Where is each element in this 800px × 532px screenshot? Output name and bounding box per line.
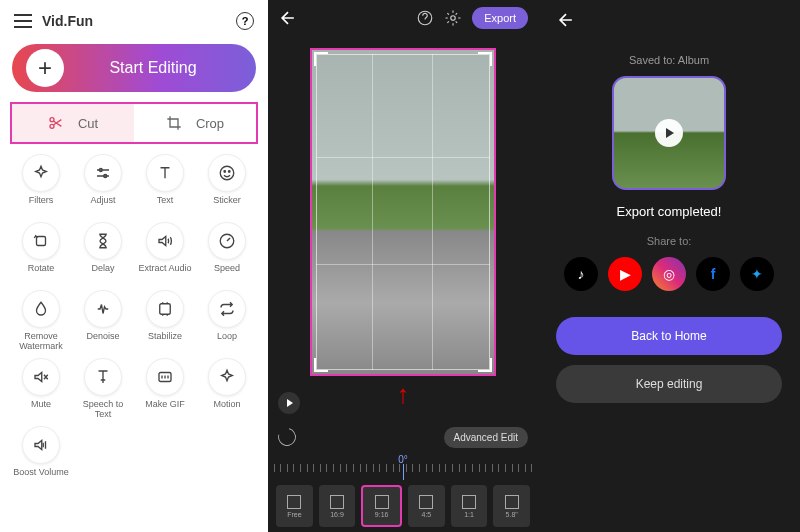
aspect-icon bbox=[462, 495, 476, 509]
tools-grid: FiltersAdjustTextStickerRotateDelayExtra… bbox=[8, 154, 260, 488]
tool-label: Rotate bbox=[28, 264, 55, 284]
panel1-header: Vid.Fun ? bbox=[8, 8, 260, 34]
stabilize-icon bbox=[146, 290, 184, 328]
rotation-ruler[interactable]: 0° bbox=[268, 456, 538, 480]
play-button[interactable] bbox=[278, 392, 300, 414]
share-twitter[interactable]: ✦ bbox=[740, 257, 774, 291]
svg-rect-7 bbox=[37, 237, 46, 246]
tool-label: Filters bbox=[29, 196, 54, 216]
aspect-icon bbox=[330, 495, 344, 509]
help-icon[interactable]: ? bbox=[236, 12, 254, 30]
play-icon bbox=[655, 119, 683, 147]
tool-loop[interactable]: Loop bbox=[198, 290, 256, 352]
tool-label: Stabilize bbox=[148, 332, 182, 352]
format-Free[interactable]: Free bbox=[276, 485, 313, 527]
tool-label: Remove Watermark bbox=[12, 332, 70, 352]
tool-drop[interactable]: Remove Watermark bbox=[12, 290, 70, 352]
tool-smile[interactable]: Sticker bbox=[198, 154, 256, 216]
export-panel: Saved to: Album Export completed! Share … bbox=[538, 0, 800, 532]
scissors-icon bbox=[48, 115, 64, 131]
format-169[interactable]: 16:9 bbox=[319, 485, 356, 527]
edit-controls: Advanced Edit bbox=[268, 418, 538, 456]
format-58[interactable]: 5.8" bbox=[493, 485, 530, 527]
tools-panel: Vid.Fun ? + Start Editing Cut Crop Filte… bbox=[0, 0, 268, 532]
svg-point-5 bbox=[224, 171, 226, 173]
format-label: 4:5 bbox=[421, 511, 431, 518]
crop-border bbox=[316, 54, 490, 370]
hourglass-icon bbox=[84, 222, 122, 260]
back-to-home-button[interactable]: Back to Home bbox=[556, 317, 782, 355]
svg-point-6 bbox=[229, 171, 231, 173]
aspect-icon bbox=[375, 495, 389, 509]
tool-text[interactable]: Text bbox=[136, 154, 194, 216]
tool-stabilize[interactable]: Stabilize bbox=[136, 290, 194, 352]
tool-speed[interactable]: Speed bbox=[198, 222, 256, 284]
tool-boost[interactable]: Boost Volume bbox=[12, 426, 70, 488]
text-icon bbox=[146, 154, 184, 192]
tool-sparkle[interactable]: Filters bbox=[12, 154, 70, 216]
format-11[interactable]: 1:1 bbox=[451, 485, 488, 527]
tool-sliders[interactable]: Adjust bbox=[74, 154, 132, 216]
saved-to-label: Saved to: Album bbox=[629, 54, 709, 66]
tool-label: Extract Audio bbox=[138, 264, 191, 284]
aspect-icon bbox=[505, 495, 519, 509]
boost-icon bbox=[22, 426, 60, 464]
editor-topbar: Export bbox=[268, 0, 538, 36]
tool-label: Denoise bbox=[86, 332, 119, 352]
menu-icon[interactable] bbox=[14, 14, 32, 28]
sliders-icon bbox=[84, 154, 122, 192]
settings-icon[interactable] bbox=[444, 9, 462, 27]
crop-handle-tr[interactable] bbox=[478, 52, 492, 66]
share-tiktok[interactable]: ♪ bbox=[564, 257, 598, 291]
format-916[interactable]: 9:16 bbox=[361, 485, 402, 527]
advanced-edit-button[interactable]: Advanced Edit bbox=[444, 427, 529, 448]
tool-label: Speed bbox=[214, 264, 240, 284]
format-label: 1:1 bbox=[464, 511, 474, 518]
format-45[interactable]: 4:5 bbox=[408, 485, 445, 527]
tool-label: Adjust bbox=[90, 196, 115, 216]
back-icon[interactable] bbox=[278, 8, 298, 28]
arrow-indicator: ↑ bbox=[397, 379, 410, 410]
mode-tabs: Cut Crop bbox=[10, 102, 258, 144]
social-row: ♪ ▶ ◎ f ✦ bbox=[564, 257, 774, 291]
tool-label: Mute bbox=[31, 400, 51, 420]
svg-rect-9 bbox=[160, 304, 171, 315]
tool-rotate[interactable]: Rotate bbox=[12, 222, 70, 284]
undo-icon[interactable] bbox=[275, 425, 300, 450]
format-label: 5.8" bbox=[506, 511, 518, 518]
aspect-formats: Free16:99:164:51:15.8" bbox=[268, 480, 538, 532]
mute-icon bbox=[22, 358, 60, 396]
app-brand: Vid.Fun bbox=[42, 13, 93, 29]
crop-handle-tl[interactable] bbox=[314, 52, 328, 66]
start-label: Start Editing bbox=[64, 59, 242, 77]
tool-speech[interactable]: Speech to Text bbox=[74, 358, 132, 420]
tool-motion[interactable]: Motion bbox=[198, 358, 256, 420]
tool-label: Loop bbox=[217, 332, 237, 352]
tool-hourglass[interactable]: Delay bbox=[74, 222, 132, 284]
crop-frame[interactable]: ↑ bbox=[310, 48, 496, 376]
help-icon[interactable] bbox=[416, 9, 434, 27]
crop-handle-bl[interactable] bbox=[314, 358, 328, 372]
share-instagram[interactable]: ◎ bbox=[652, 257, 686, 291]
audio-icon bbox=[146, 222, 184, 260]
tab-crop-label: Crop bbox=[196, 116, 224, 131]
tool-label: Make GIF bbox=[145, 400, 185, 420]
tab-cut[interactable]: Cut bbox=[12, 104, 134, 142]
speech-icon bbox=[84, 358, 122, 396]
speed-icon bbox=[208, 222, 246, 260]
gif-icon bbox=[146, 358, 184, 396]
back-icon[interactable] bbox=[556, 10, 576, 30]
format-label: Free bbox=[287, 511, 301, 518]
tool-audio[interactable]: Extract Audio bbox=[136, 222, 194, 284]
tool-gif[interactable]: Make GIF bbox=[136, 358, 194, 420]
tool-mute[interactable]: Mute bbox=[12, 358, 70, 420]
share-facebook[interactable]: f bbox=[696, 257, 730, 291]
export-thumbnail[interactable] bbox=[612, 76, 726, 190]
share-youtube[interactable]: ▶ bbox=[608, 257, 642, 291]
start-editing-button[interactable]: + Start Editing bbox=[12, 44, 256, 92]
crop-handle-br[interactable] bbox=[478, 358, 492, 372]
export-button[interactable]: Export bbox=[472, 7, 528, 29]
tool-denoise[interactable]: Denoise bbox=[74, 290, 132, 352]
tab-crop[interactable]: Crop bbox=[134, 104, 256, 142]
keep-editing-button[interactable]: Keep editing bbox=[556, 365, 782, 403]
